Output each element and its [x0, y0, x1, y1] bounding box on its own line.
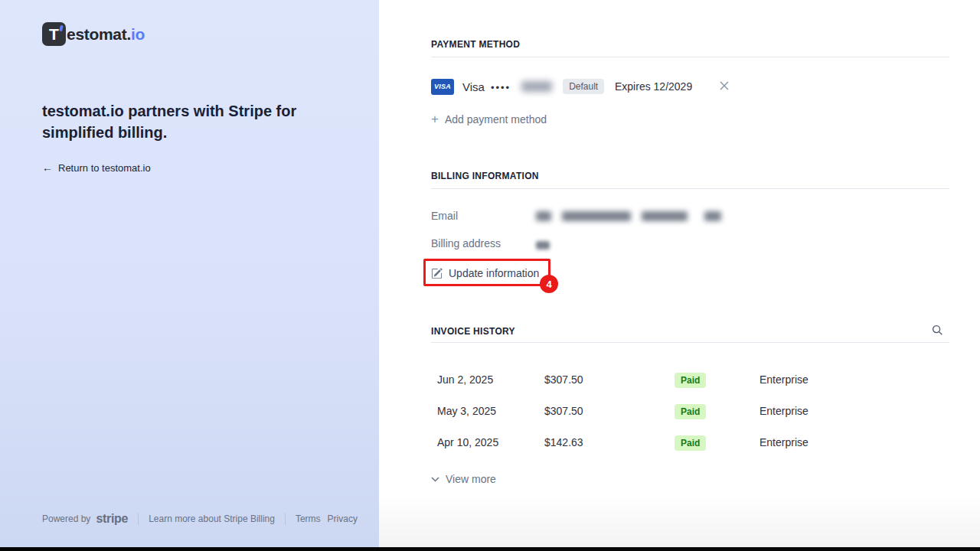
section-divider — [431, 188, 949, 189]
redacted-email — [536, 211, 721, 221]
add-payment-method-button[interactable]: + Add payment method — [431, 112, 547, 126]
billing-address-label: Billing address — [431, 237, 501, 249]
invoice-row[interactable]: Apr 10, 2025 $142.63 Paid Enterprise — [431, 431, 949, 455]
invoice-amount: $307.50 — [544, 373, 583, 386]
testomat-logo-icon: T — [42, 22, 66, 46]
card-brand-label: Visa — [462, 80, 485, 93]
redacted-text-segment — [704, 211, 721, 221]
billing-portal-main: PAYMENT METHOD VISA Visa •••• Default Ex… — [379, 0, 980, 551]
search-invoices-button[interactable] — [932, 324, 944, 337]
logo-accent-mark — [59, 25, 64, 32]
logo-wordmark-accent: io — [131, 25, 145, 43]
stripe-logo[interactable]: stripe — [96, 512, 128, 526]
redacted-text-segment — [642, 211, 688, 221]
left-arrow-icon: ← — [42, 161, 53, 174]
sidebar-footer: Powered by stripe Learn more about Strip… — [42, 512, 358, 526]
invoice-plan: Enterprise — [760, 373, 808, 386]
billing-information-heading: BILLING INFORMATION — [431, 171, 539, 181]
invoice-amount: $307.50 — [544, 405, 583, 417]
return-link[interactable]: ← Return to testomat.io — [42, 161, 151, 174]
screen-edge-bar — [0, 547, 980, 551]
testomat-logo[interactable]: T estomat.io — [42, 22, 145, 46]
payment-card-row: VISA Visa •••• Default — [431, 77, 604, 96]
email-label: Email — [431, 210, 458, 222]
invoice-amount: $142.63 — [544, 436, 583, 448]
privacy-link[interactable]: Privacy — [328, 514, 358, 524]
redacted-card-digits — [521, 81, 552, 92]
redacted-text-segment — [562, 211, 631, 221]
plus-icon: + — [431, 112, 439, 126]
footer-divider — [138, 514, 139, 525]
edit-icon — [431, 268, 443, 279]
search-icon — [932, 324, 943, 336]
return-link-label: Return to testomat.io — [58, 162, 151, 174]
learn-more-link[interactable]: Learn more about Stripe Billing — [149, 514, 275, 524]
invoice-plan: Enterprise — [760, 436, 808, 448]
invoice-row[interactable]: May 3, 2025 $307.50 Paid Enterprise — [431, 399, 949, 424]
invoice-date: May 3, 2025 — [437, 405, 496, 417]
terms-link[interactable]: Terms — [296, 514, 321, 524]
remove-card-button[interactable] — [718, 80, 730, 92]
update-information-label: Update information — [449, 267, 539, 279]
status-badge: Paid — [675, 373, 706, 388]
update-information-button[interactable]: Update information — [431, 267, 539, 279]
invoice-date: Jun 2, 2025 — [437, 373, 493, 386]
card-expiry-label: Expires 12/2029 — [615, 80, 692, 93]
status-badge: Paid — [675, 404, 706, 419]
view-more-button[interactable]: View more — [431, 473, 496, 485]
section-divider — [431, 57, 949, 57]
footer-divider — [285, 514, 286, 525]
invoice-row[interactable]: Jun 2, 2025 $307.50 Paid Enterprise — [431, 368, 949, 393]
redacted-address — [536, 239, 550, 253]
invoice-history-heading: INVOICE HISTORY — [431, 326, 515, 337]
close-icon — [720, 81, 729, 90]
annotation-step-badge: 4 — [540, 275, 558, 293]
add-payment-method-label: Add payment method — [445, 113, 547, 126]
default-badge: Default — [563, 79, 604, 94]
card-masked-dots: •••• — [491, 82, 511, 93]
invoice-date: Apr 10, 2025 — [437, 436, 498, 448]
logo-wordmark: estomat.io — [67, 25, 145, 44]
logo-wordmark-dark: estomat. — [67, 25, 131, 43]
visa-icon: VISA — [431, 79, 454, 95]
redacted-text-segment — [536, 241, 550, 249]
invoice-plan: Enterprise — [760, 405, 808, 417]
logo-letter: T — [49, 26, 59, 42]
powered-by-label: Powered by — [42, 514, 90, 524]
payment-method-heading: PAYMENT METHOD — [431, 39, 520, 50]
status-badge: Paid — [675, 435, 706, 451]
chevron-down-icon — [431, 477, 439, 482]
redacted-text-segment — [536, 211, 551, 221]
sidebar: T estomat.io testomat.io partners with S… — [0, 0, 379, 551]
view-more-label: View more — [446, 473, 496, 485]
section-divider — [431, 342, 949, 343]
partner-headline: testomat.io partners with Stripe for sim… — [42, 100, 302, 143]
